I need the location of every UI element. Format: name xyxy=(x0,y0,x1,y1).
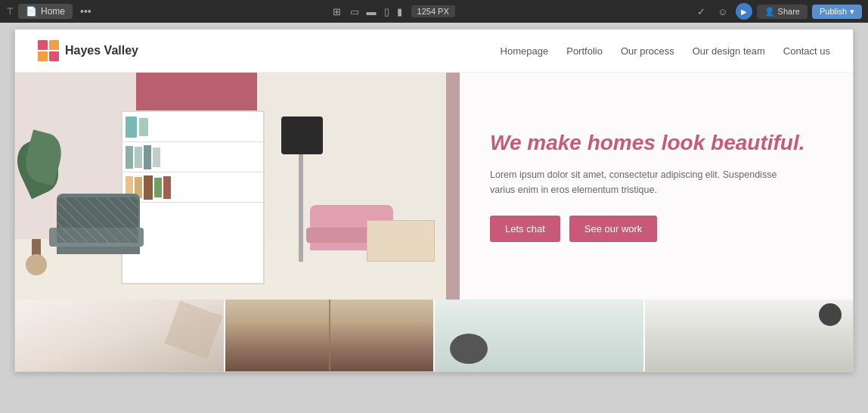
hero-image xyxy=(15,73,446,300)
canvas-area: Hayes Valley Homepage Portfolio Our proc… xyxy=(0,23,868,413)
more-options-icon[interactable]: ••• xyxy=(77,5,95,17)
check-icon[interactable]: ✓ xyxy=(693,3,710,20)
plant-pot xyxy=(26,254,47,275)
share-label: Share xyxy=(778,7,800,16)
gallery-item-3[interactable] xyxy=(435,300,645,371)
nav-links: Homepage Portfolio Our process Our desig… xyxy=(501,45,830,57)
site-nav: Hayes Valley Homepage Portfolio Our proc… xyxy=(15,30,853,73)
gallery-item-2[interactable] xyxy=(225,300,436,371)
toolbar: ⊤ 📄 Home ••• ⊞ ▭ ▬ ▯ ▮ 1254 PX ✓ ☺ ▶ 👤 S… xyxy=(0,0,868,23)
add-tab-icon[interactable]: ⊞ xyxy=(333,6,341,17)
logo-text: Hayes Valley xyxy=(65,44,138,57)
canvas-width-display: 1254 PX xyxy=(411,5,455,17)
toolbar-right: ✓ ☺ ▶ 👤 Share Publish ▾ xyxy=(693,3,862,20)
shelf-1 xyxy=(122,112,263,142)
preview-play-button[interactable]: ▶ xyxy=(736,3,752,20)
publish-label: Publish xyxy=(820,7,847,16)
gallery-item-1[interactable] xyxy=(15,300,225,371)
toolbar-left: ⊤ 📄 Home ••• xyxy=(6,4,95,19)
nav-portfolio[interactable]: Portfolio xyxy=(566,45,603,57)
floor-lamp-shade xyxy=(281,116,323,154)
book-4 xyxy=(144,145,151,169)
chair-cushion xyxy=(57,197,138,243)
book-9 xyxy=(154,178,162,197)
bookshelf xyxy=(121,110,265,284)
nav-homepage[interactable]: Homepage xyxy=(501,45,549,57)
tablet-landscape-icon[interactable]: ▬ xyxy=(367,6,377,17)
toolbar-center: ⊞ ▭ ▬ ▯ ▮ 1254 PX xyxy=(101,5,687,17)
logo[interactable]: Hayes Valley xyxy=(38,40,138,61)
website-preview: Hayes Valley Homepage Portfolio Our proc… xyxy=(14,29,854,372)
book-3 xyxy=(135,147,142,168)
publish-button[interactable]: Publish ▾ xyxy=(812,5,862,19)
nav-design-team[interactable]: Our design team xyxy=(693,45,765,57)
gallery-item-4[interactable] xyxy=(645,300,854,371)
share-button[interactable]: 👤 Share xyxy=(757,5,808,19)
pin-icon[interactable]: ⊤ xyxy=(6,6,14,17)
side-cabinet xyxy=(367,220,435,262)
gallery-row xyxy=(15,300,853,371)
nav-contact-us[interactable]: Contact us xyxy=(783,45,830,57)
lets-chat-button[interactable]: Lets chat xyxy=(490,216,560,242)
shelf-2 xyxy=(122,142,263,172)
gallery-lamp-4 xyxy=(819,303,842,326)
svg-rect-0 xyxy=(38,40,48,50)
publish-dropdown-icon: ▾ xyxy=(850,7,854,17)
tablet-portrait-icon[interactable]: ▯ xyxy=(384,6,389,17)
book-1 xyxy=(139,118,148,136)
svg-rect-3 xyxy=(49,51,59,61)
book-2 xyxy=(126,146,133,169)
hero-section: We make homes look beautiful. Lorem ipsu… xyxy=(15,73,853,300)
book-8 xyxy=(144,175,153,200)
home-tab[interactable]: 📄 Home xyxy=(18,4,73,19)
see-our-work-button[interactable]: See our work xyxy=(569,216,658,242)
mobile-icon[interactable]: ▮ xyxy=(397,6,402,17)
desktop-icon[interactable]: ▭ xyxy=(350,6,359,17)
nav-our-process[interactable]: Our process xyxy=(621,45,674,57)
page-icon: 📄 xyxy=(26,6,37,17)
hero-buttons: Lets chat See our work xyxy=(490,216,823,242)
gallery-lamp-3 xyxy=(450,334,488,364)
hero-content: We make homes look beautiful. Lorem ipsu… xyxy=(460,73,853,300)
vase-decor xyxy=(126,116,137,138)
book-5 xyxy=(153,148,160,167)
share-user-icon: 👤 xyxy=(764,7,775,17)
hero-description: Lorem ipsum dolor sit amet, consectetur … xyxy=(490,167,777,197)
comment-icon[interactable]: ☺ xyxy=(715,3,731,20)
svg-rect-1 xyxy=(49,40,59,50)
tab-label: Home xyxy=(41,6,65,17)
svg-rect-2 xyxy=(38,51,48,61)
hero-title: We make homes look beautiful. xyxy=(490,130,823,156)
shelf-3 xyxy=(122,172,263,203)
device-selector: ▭ ▬ ▯ ▮ xyxy=(350,6,402,17)
book-10 xyxy=(163,176,171,199)
logo-icon xyxy=(38,40,59,61)
staircase-post xyxy=(329,300,330,371)
room-scene xyxy=(15,73,446,300)
